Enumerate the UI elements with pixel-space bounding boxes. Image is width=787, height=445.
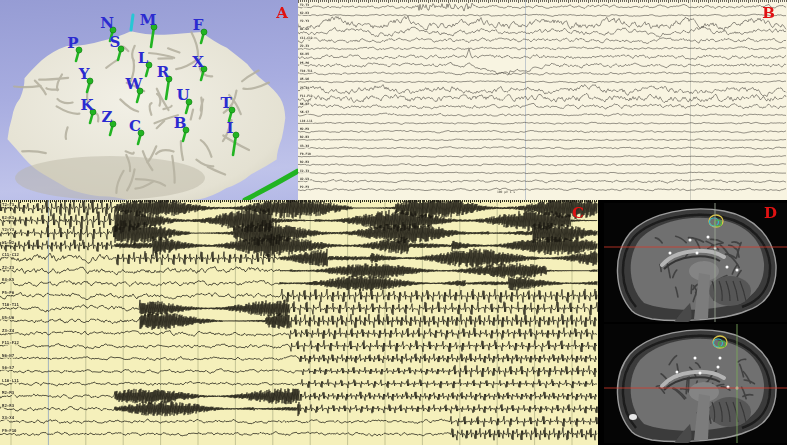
electrode-letter-M: M (140, 11, 157, 29)
channel-label: C11-C12 (299, 37, 314, 40)
electrode-contact-dot (717, 366, 720, 369)
channel-label: M2-M3 (1, 391, 15, 395)
electrode-letter-C: C (129, 117, 141, 135)
panel-d-label: D (764, 206, 777, 221)
channel-label: S6-S7 (299, 111, 310, 114)
channel-label: S6-S7 (1, 366, 15, 370)
calibration-label: 100 µV 1 s (497, 190, 515, 194)
electrode-letter-P: P (67, 34, 78, 52)
channel-label: W1-W2 (1, 241, 15, 245)
channel-label: X3-X4 (299, 145, 310, 148)
electrode-letter-B: B (174, 114, 187, 132)
electrode-letter-N: N (100, 14, 114, 32)
highlighted-electrode-marker (131, 15, 133, 30)
electrode-contact-dot (736, 269, 739, 272)
electrode-letter-F: F (193, 16, 204, 34)
channel-label: R2-R3 (299, 136, 310, 139)
channel-label: N6-N7 (1, 354, 15, 358)
channel-label: R2-R3 (1, 404, 15, 408)
channel-label: C11-C12 (1, 253, 20, 257)
channel-label: P5-P6 (299, 62, 310, 65)
eeg-traces-interictal (298, 0, 787, 200)
channel-label: X3-X4 (1, 416, 15, 420)
channel-label: F9-F10 (299, 153, 312, 156)
electrode-letter-K: K (80, 96, 94, 114)
channel-label: T10-T11 (299, 70, 314, 73)
electrode-contact-dot (719, 357, 722, 360)
channel-label: K2-K3 (299, 12, 310, 15)
electrode-contact-dot (676, 371, 679, 374)
electrode-letter-I: I (226, 119, 233, 137)
electrode-letter-L: L (138, 49, 149, 67)
electrode-letter-Y: Y (78, 65, 90, 83)
electrode-letter-R: R (157, 63, 170, 81)
channel-label: B2-B3 (299, 161, 310, 164)
channel-label: L10-L11 (299, 120, 314, 123)
channel-label: T10-T11 (1, 303, 20, 307)
electrode-contact-dot (689, 239, 692, 242)
channel-label: F9-F10 (1, 429, 17, 433)
channel-label: U5-U6 (299, 78, 310, 81)
channel-label: L10-L11 (1, 379, 20, 383)
channel-label: T2-T3 (1, 203, 15, 207)
channel-label: T2-T3 (299, 4, 310, 7)
channel-label: Y2-Y3 (299, 20, 310, 23)
channel-label: M2-M3 (299, 128, 310, 131)
mri-slice (604, 324, 787, 443)
eeg-traces-ictal (0, 200, 598, 445)
electrode-letter-Z: Z (102, 108, 113, 126)
channel-label: I2-I3 (299, 170, 310, 173)
electrode-contact-dot (726, 266, 729, 269)
channel-label: Z3-Z4 (1, 329, 15, 333)
panel-mri-sagittal: D (598, 200, 787, 445)
electrode-letter-T: T (220, 94, 232, 112)
electrode-contact-dot (699, 372, 702, 375)
channel-label: Z2-Z3 (299, 45, 310, 48)
brain-3d-render: PNSMFLRXYWUKZCBTI (0, 0, 298, 200)
panel-eeg-ictal: T2-T3K2-K3Y2-Y3W1-W2C11-C12Z2-Z3K4-K5P5-… (0, 200, 598, 445)
channel-label: K2-K3 (1, 216, 15, 220)
electrode-contact-dot (707, 236, 710, 239)
channel-label: W1-W2 (299, 28, 310, 31)
channel-label: U2-U3 (299, 178, 310, 181)
channel-label: Z2-Z3 (1, 266, 15, 270)
channel-label: N6-N7 (299, 103, 310, 106)
channel-label: K4-K5 (299, 53, 310, 56)
panel-a-label: A (276, 6, 288, 21)
electrode-contact-dot (669, 252, 672, 255)
panel-c-label: C (572, 206, 584, 221)
channel-label: F11-F12 (299, 95, 314, 98)
mri-images (598, 200, 787, 445)
electrode-letter-S: S (110, 33, 121, 51)
channel-label: K4-K5 (1, 278, 15, 282)
channel-label: P5-P6 (1, 291, 15, 295)
bright-marker (629, 414, 637, 420)
electrode-letter-W: W (125, 75, 144, 93)
electrode-contact-dot (694, 357, 697, 360)
electrode-letter-U: U (176, 86, 189, 104)
electrode-letter-X: X (192, 53, 204, 71)
panel-brain-3d: PNSMFLRXYWUKZCBTI A (0, 0, 298, 200)
multi-panel-figure: PNSMFLRXYWUKZCBTI A T2-T3K2-K3Y2-Y3W1-W2… (0, 0, 787, 445)
mri-slice (604, 203, 787, 322)
electrode-contact-dot (696, 252, 699, 255)
channel-label: Z3-Z4 (299, 87, 310, 90)
panel-b-label: B (762, 6, 775, 21)
channel-label: P2-P3 (299, 186, 310, 189)
panel-eeg-interictal: T2-T3K2-K3Y2-Y3W1-W2C11-C12Z2-Z3K4-K5P5-… (298, 0, 787, 200)
channel-label: U5-U6 (1, 316, 15, 320)
channel-label: Y2-Y3 (1, 228, 15, 232)
channel-label: F11-F12 (1, 341, 20, 345)
